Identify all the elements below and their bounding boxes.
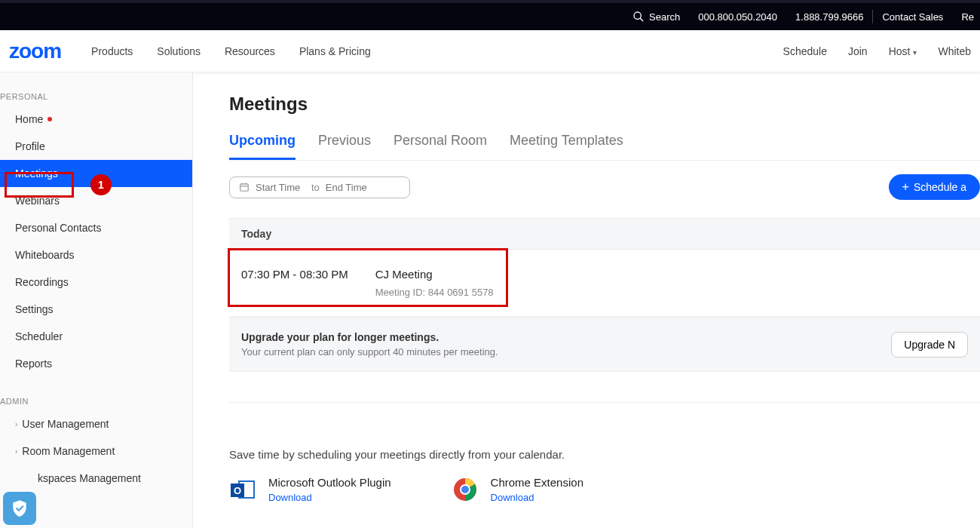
request-link[interactable]: Re [952,11,974,23]
nav-whiteboards[interactable]: Whiteb [927,45,971,57]
svg-text:O: O [234,485,241,496]
main-content: Meetings Upcoming Previous Personal Room… [193,72,980,528]
tab-previous[interactable]: Previous [318,133,371,160]
chevron-right-icon: › [15,420,17,428]
svg-point-12 [461,486,469,493]
phone-number-2[interactable]: 1.888.799.9666 [786,11,872,23]
tab-meeting-templates[interactable]: Meeting Templates [510,133,623,160]
calendar-plugins-section: Save time by scheduling your meetings di… [229,402,980,503]
sidebar-item-settings[interactable]: Settings [0,296,192,323]
zoom-logo[interactable]: zoom [9,39,61,63]
sidebar-item-user-management[interactable]: › User Management [0,410,192,437]
nav-host-label: Host [889,45,911,57]
download-link[interactable]: Download [491,492,583,503]
page-title: Meetings [229,94,980,115]
calendar-section-heading: Save time by scheduling your meetings di… [229,448,980,461]
outlook-plugin-item: O Microsoft Outlook Plugin Download [229,476,391,503]
search-icon [632,11,645,23]
contact-sales-link[interactable]: Contact Sales [873,11,952,23]
chevron-down-icon: ▾ [913,48,917,57]
sidebar-item-label: Meetings [15,167,58,180]
section-personal-label: PERSONAL [0,86,192,106]
sidebar-item-workspaces-management[interactable]: kspaces Management [0,465,192,492]
phone-number-1[interactable]: 000.800.050.2040 [689,11,786,23]
sidebar-item-profile[interactable]: Profile [0,133,192,160]
svg-point-0 [634,12,641,19]
meeting-name: CJ Meeting [375,268,494,281]
sidebar-item-reports[interactable]: Reports [0,350,192,377]
tab-personal-room[interactable]: Personal Room [394,133,487,160]
nav-schedule[interactable]: Schedule [773,45,838,57]
tabs: Upcoming Previous Personal Room Meeting … [229,133,980,161]
download-link[interactable]: Download [268,492,391,503]
sidebar-item-meetings[interactable]: Meetings [0,160,192,187]
sidebar-item-whiteboards[interactable]: Whiteboards [0,241,192,269]
sidebar: PERSONAL Home Profile Meetings Webinars … [0,72,193,528]
plugin-name: Microsoft Outlook Plugin [268,476,391,489]
meeting-row[interactable]: 07:30 PM - 08:30 PM CJ Meeting Meeting I… [229,250,980,317]
nav-products[interactable]: Products [79,45,145,57]
notification-dot-icon [47,117,52,121]
nav-resources[interactable]: Resources [213,45,287,57]
day-header: Today [229,218,980,250]
utility-bar: Search 000.800.050.2040 1.888.799.9666 C… [0,0,980,30]
sidebar-item-label: Personal Contacts [15,222,101,234]
to-label: to [311,182,320,193]
upgrade-now-button[interactable]: Upgrade N [891,332,968,358]
sidebar-item-label: Profile [15,140,45,152]
meeting-time: 07:30 PM - 08:30 PM [241,268,348,298]
shield-check-icon [10,499,29,518]
chrome-extension-item: Chrome Extension Download [452,476,583,503]
svg-rect-2 [240,184,249,191]
upgrade-banner: Upgrade your plan for longer meetings. Y… [229,317,980,372]
sidebar-item-label: kspaces Management [38,472,141,484]
nav-solutions[interactable]: Solutions [145,45,213,57]
calendar-icon [239,182,250,192]
sidebar-item-scheduler[interactable]: Scheduler [0,323,192,350]
search-label: Search [649,11,680,23]
start-time-input[interactable] [256,182,305,193]
upgrade-title: Upgrade your plan for longer meetings. [241,331,498,343]
meeting-id: Meeting ID: 844 0691 5578 [375,287,494,298]
sidebar-item-label: Scheduler [15,330,63,342]
svg-line-1 [640,18,643,21]
sidebar-item-personal-contacts[interactable]: Personal Contacts [0,214,192,241]
security-shield-badge[interactable] [3,492,36,525]
sidebar-item-label: Room Management [22,445,115,457]
section-admin-label: ADMIN [0,391,192,410]
upgrade-subtitle: Your current plan can only support 40 mi… [241,346,498,358]
chevron-right-icon: › [15,447,17,456]
sidebar-item-label: User Management [22,418,109,430]
schedule-meeting-button[interactable]: + Schedule a [889,174,980,200]
outlook-icon: O [229,476,256,503]
sidebar-item-home[interactable]: Home [0,106,192,133]
sidebar-item-label: Home [15,113,43,125]
nav-plans-pricing[interactable]: Plans & Pricing [287,45,383,57]
nav-host[interactable]: Host▾ [878,45,928,57]
plus-icon: + [902,180,909,194]
nav-join[interactable]: Join [838,45,878,57]
date-range-picker[interactable]: to [229,177,410,198]
sidebar-item-label: Recordings [15,276,69,288]
sidebar-item-label: Whiteboards [15,249,75,261]
sidebar-item-label: Reports [15,358,52,370]
sidebar-item-label: Webinars [15,195,60,207]
main-nav: zoom Products Solutions Resources Plans … [0,30,980,72]
sidebar-item-webinars[interactable]: Webinars [0,187,192,214]
sidebar-item-label: Settings [15,303,54,315]
sidebar-item-room-management[interactable]: › Room Management [0,437,192,465]
schedule-button-label: Schedule a [914,181,966,193]
tab-upcoming[interactable]: Upcoming [229,133,296,160]
filter-row: to + Schedule a [229,174,980,200]
chrome-icon [452,476,479,503]
search-link[interactable]: Search [623,11,689,23]
end-time-input[interactable] [326,182,375,193]
plugin-name: Chrome Extension [491,476,583,489]
sidebar-item-recordings[interactable]: Recordings [0,269,192,296]
